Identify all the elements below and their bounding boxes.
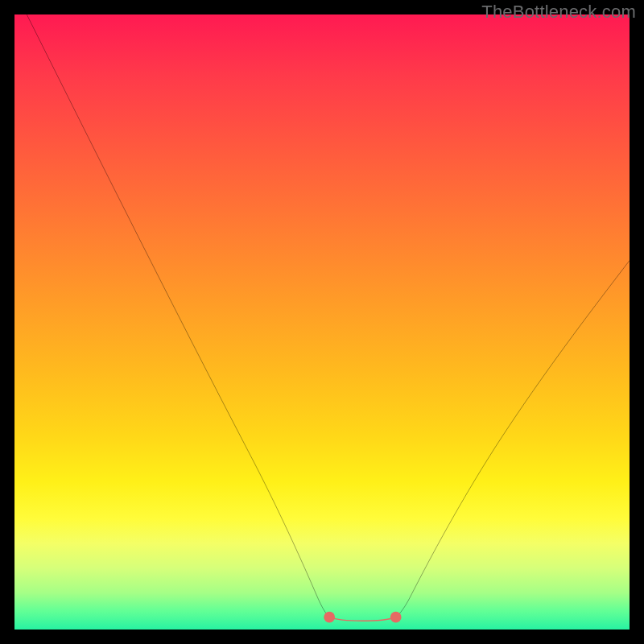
curve-layer [14, 14, 630, 630]
plot-area [14, 14, 630, 630]
series-left-branch [27, 14, 329, 617]
watermark-text: TheBottleneck.com [481, 2, 636, 23]
highlight-endpoint-right [390, 612, 402, 623]
chart-stage: TheBottleneck.com [0, 0, 644, 644]
series-right-branch [396, 261, 630, 617]
plot-frame [14, 14, 630, 630]
series-flat-highlight [329, 617, 396, 621]
highlight-endpoint-left [324, 612, 335, 623]
